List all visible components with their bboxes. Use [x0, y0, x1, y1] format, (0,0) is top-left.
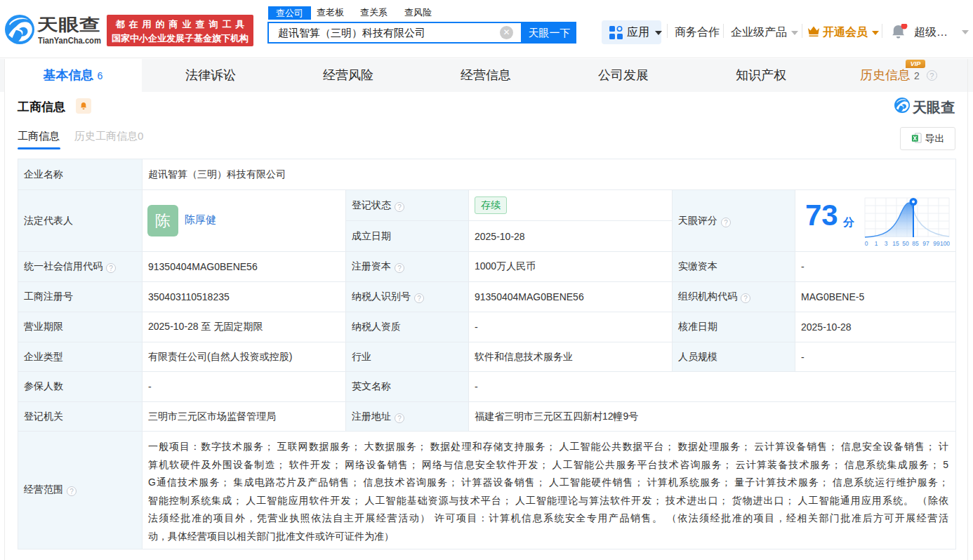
svg-text:1: 1	[875, 240, 878, 247]
svg-text:0: 0	[865, 240, 868, 247]
svg-text:3: 3	[885, 240, 888, 247]
svg-text:100: 100	[940, 240, 950, 247]
svg-text:85: 85	[912, 240, 919, 247]
svg-text:99: 99	[933, 240, 940, 247]
svg-text:97: 97	[922, 240, 929, 247]
svg-text:15: 15	[892, 240, 899, 247]
svg-text:50: 50	[902, 240, 909, 247]
